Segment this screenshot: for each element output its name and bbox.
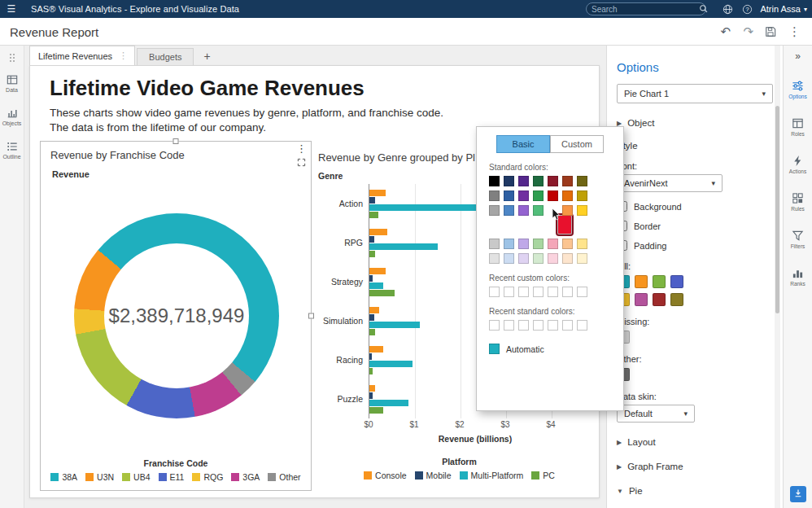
add-page-button[interactable]: + xyxy=(203,50,210,65)
pie-chart-object[interactable]: Revenue by Franchise Code ⋮ Revenue $2,3… xyxy=(40,141,312,491)
tab-budgets[interactable]: Budgets xyxy=(137,48,194,65)
legend-item[interactable]: Multi-Platform xyxy=(460,471,524,480)
color-swatch[interactable] xyxy=(577,176,587,186)
color-swatch[interactable] xyxy=(504,190,514,201)
color-swatch[interactable] xyxy=(518,176,529,186)
sidebar-item-data[interactable]: Data xyxy=(0,74,24,93)
rail-item-options[interactable]: Options xyxy=(784,80,812,99)
drag-grip-icon[interactable] xyxy=(9,54,15,63)
scrollbar-thumb[interactable] xyxy=(775,106,779,313)
checkbox-padding[interactable]: Padding xyxy=(617,240,783,251)
color-swatch[interactable] xyxy=(504,176,514,186)
color-swatch[interactable] xyxy=(548,190,558,201)
color-swatch[interactable] xyxy=(489,190,500,201)
rail-item-ranks[interactable]: Ranks xyxy=(784,267,812,287)
color-swatch[interactable] xyxy=(518,190,529,201)
undo-icon[interactable]: ↶ xyxy=(720,24,731,39)
color-swatch[interactable] xyxy=(577,253,587,264)
bar-segment[interactable] xyxy=(369,314,374,321)
legend-item[interactable]: PC xyxy=(531,471,555,480)
hamburger-menu-icon[interactable]: ☰ xyxy=(0,3,23,15)
bar-segment[interactable] xyxy=(369,400,408,406)
color-swatch[interactable] xyxy=(489,205,500,216)
empty-color-slot[interactable] xyxy=(533,287,544,297)
section-graph-frame[interactable]: ▶ Graph Frame xyxy=(617,462,783,471)
bar-segment[interactable] xyxy=(369,197,375,204)
search-box[interactable] xyxy=(586,2,706,15)
expand-icon[interactable] xyxy=(297,155,306,170)
color-swatch[interactable] xyxy=(548,239,558,249)
empty-color-slot[interactable] xyxy=(562,320,573,331)
help-icon[interactable]: ? xyxy=(740,2,753,15)
color-swatch[interactable] xyxy=(562,239,573,249)
color-swatch[interactable] xyxy=(562,253,573,264)
bar-segment[interactable] xyxy=(369,212,378,218)
bar-segment[interactable] xyxy=(369,329,375,335)
automatic-color-option[interactable]: Automatic xyxy=(489,344,623,354)
object-selector-dropdown[interactable]: Pie Chart 1 ▾ xyxy=(617,84,773,103)
fill-color-swatch[interactable] xyxy=(635,275,648,288)
section-object[interactable]: ▶ Object xyxy=(617,118,783,128)
selection-handle[interactable] xyxy=(308,313,314,319)
fill-color-swatch[interactable] xyxy=(635,293,648,306)
more-options-kebab-icon[interactable]: ⋮ xyxy=(788,24,801,39)
rail-item-roles[interactable]: Roles xyxy=(784,117,812,137)
fill-color-swatch[interactable] xyxy=(670,275,683,288)
empty-color-slot[interactable] xyxy=(577,320,587,331)
checkbox-background[interactable]: Background xyxy=(617,201,783,212)
tab-lifetime-revenues[interactable]: Lifetime Revenues ⋮ xyxy=(29,46,135,65)
bar-segment[interactable] xyxy=(369,407,383,414)
bar-segment[interactable] xyxy=(369,353,372,360)
rail-item-actions[interactable]: Actions xyxy=(784,155,812,174)
empty-color-slot[interactable] xyxy=(518,287,529,297)
color-swatch[interactable] xyxy=(533,205,544,216)
globe-icon[interactable] xyxy=(721,2,734,15)
bar-segment[interactable] xyxy=(369,346,383,353)
pin-button[interactable] xyxy=(790,486,806,502)
rail-item-filters[interactable]: Filters xyxy=(784,230,812,249)
color-swatch[interactable] xyxy=(548,176,558,186)
data-skin-dropdown[interactable]: Default ▾ xyxy=(617,405,695,423)
bar-segment[interactable] xyxy=(369,229,387,235)
fill-color-swatch[interactable] xyxy=(653,293,666,306)
color-swatch[interactable] xyxy=(489,176,500,186)
color-swatch[interactable] xyxy=(562,205,573,216)
bar-segment[interactable] xyxy=(369,307,379,313)
expand-panel-icon[interactable]: » xyxy=(784,50,812,62)
color-swatch[interactable] xyxy=(577,205,587,216)
bar-segment[interactable] xyxy=(369,282,383,289)
color-swatch[interactable] xyxy=(533,253,544,264)
legend-item[interactable]: 38A xyxy=(50,472,77,482)
bar-segment[interactable] xyxy=(369,236,374,243)
color-swatch[interactable] xyxy=(562,176,573,186)
legend-item[interactable]: Mobile xyxy=(415,471,452,480)
color-swatch[interactable] xyxy=(533,176,544,186)
color-swatch[interactable] xyxy=(577,190,587,201)
empty-color-slot[interactable] xyxy=(562,287,573,297)
tab-basic[interactable]: Basic xyxy=(496,135,550,153)
tab-grip-icon[interactable]: ⋮ xyxy=(119,50,128,61)
bar-segment[interactable] xyxy=(369,275,373,282)
sidebar-item-objects[interactable]: Objects xyxy=(0,107,24,126)
empty-color-slot[interactable] xyxy=(533,320,544,331)
color-swatch[interactable] xyxy=(489,239,500,249)
bar-segment[interactable] xyxy=(369,243,438,250)
rail-item-rules[interactable]: Rules xyxy=(784,192,812,212)
section-pie[interactable]: ▼ Pie xyxy=(617,486,783,496)
legend-item[interactable]: UB4 xyxy=(122,472,150,482)
empty-color-slot[interactable] xyxy=(548,287,558,297)
sidebar-item-outline[interactable]: Outline xyxy=(0,141,24,160)
section-layout[interactable]: ▶ Layout xyxy=(617,437,783,447)
tab-custom[interactable]: Custom xyxy=(550,135,604,153)
legend-item[interactable]: RQG xyxy=(192,472,223,482)
user-menu[interactable]: Atrin Assa ▾ xyxy=(760,0,807,18)
empty-color-slot[interactable] xyxy=(489,320,500,331)
save-icon[interactable] xyxy=(765,26,776,41)
color-swatch[interactable] xyxy=(533,239,544,249)
color-swatch[interactable] xyxy=(533,190,544,201)
selection-handle[interactable] xyxy=(173,138,179,144)
legend-item[interactable]: U3N xyxy=(85,472,114,482)
legend-item[interactable]: E11 xyxy=(159,472,185,482)
color-swatch[interactable] xyxy=(504,239,514,249)
color-swatch[interactable] xyxy=(504,205,514,216)
